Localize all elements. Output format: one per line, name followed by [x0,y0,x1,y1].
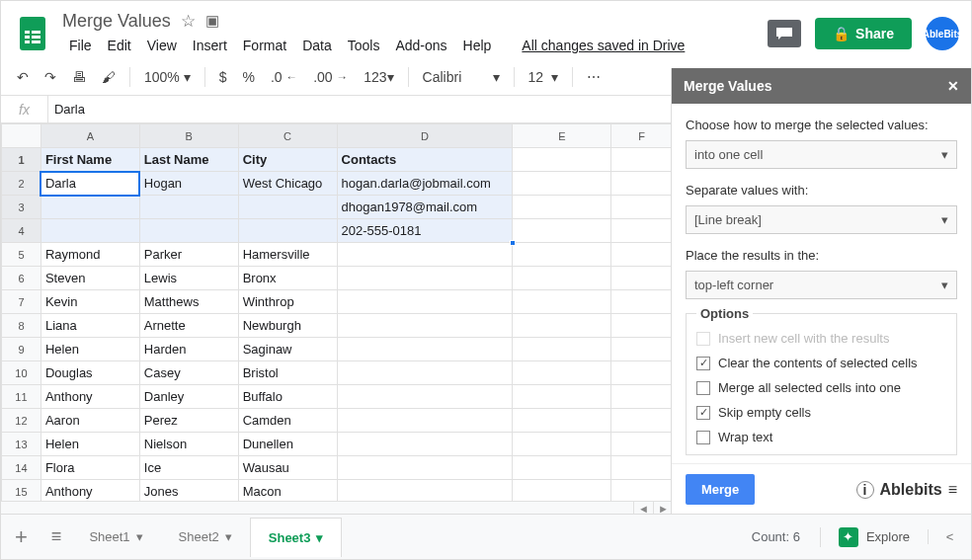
cell[interactable]: Bronx [238,267,337,290]
cell[interactable]: 202-555-0181 [337,219,513,243]
cell[interactable]: West Chicago [238,172,337,196]
cell[interactable] [337,267,513,290]
cell[interactable] [611,433,673,456]
cell[interactable]: Hamersville [238,243,337,267]
row-header[interactable]: 12 [2,409,41,433]
format-more[interactable]: 123▾ [358,65,399,89]
horizontal-scrollbar[interactable]: ◄► [1,501,673,515]
cell[interactable]: Ice [139,456,238,480]
col-header-d[interactable]: D [337,124,513,148]
menu-view[interactable]: View [140,34,184,57]
cell[interactable]: Casey [139,361,238,385]
menu-edit[interactable]: Edit [101,34,138,57]
opt-wrap-text[interactable]: Wrap text [696,430,946,444]
decrease-decimal[interactable]: .0 ← [265,65,303,89]
cell[interactable]: Dunellen [238,433,337,456]
add-sheet-icon[interactable]: + [1,524,41,550]
save-status[interactable]: All changes saved in Drive [515,34,691,57]
formula-input[interactable]: Darla [47,96,85,122]
cell[interactable]: First Name [40,148,139,172]
cell[interactable] [40,196,139,219]
menu-icon[interactable]: ≡ [948,481,957,499]
menu-tools[interactable]: Tools [341,34,387,57]
cell[interactable] [337,456,513,480]
tab-sheet3[interactable]: Sheet3▾ [250,518,343,557]
cell[interactable]: Jones [139,480,238,504]
share-button[interactable]: 🔒 Share [815,18,912,49]
cell[interactable] [611,456,673,480]
cell[interactable] [139,219,238,243]
cell[interactable]: Helen [40,338,139,361]
cell[interactable]: City [238,148,337,172]
toolbar-more-icon[interactable]: ⋯ [581,65,607,89]
cell[interactable]: Wausau [238,456,337,480]
col-header-e[interactable]: E [513,124,611,148]
print-icon[interactable]: 🖶 [66,65,92,89]
cell[interactable] [611,480,673,504]
format-currency[interactable]: $ [213,65,233,89]
cell[interactable] [337,243,513,267]
cell[interactable]: Parker [139,243,238,267]
row-header[interactable]: 6 [2,267,41,290]
row-header[interactable]: 11 [2,385,41,409]
cell[interactable]: Bristol [238,361,337,385]
cell[interactable] [611,172,673,196]
info-icon[interactable]: i [856,481,874,499]
cell[interactable] [513,314,611,338]
format-percent[interactable]: % [237,65,261,89]
menu-file[interactable]: File [62,34,99,57]
cell[interactable]: Aaron [40,409,139,433]
cell[interactable]: Helen [40,433,139,456]
cell[interactable]: Danley [139,385,238,409]
cell[interactable] [611,385,673,409]
tab-sheet1[interactable]: Sheet1▾ [71,518,160,556]
cell[interactable] [337,361,513,385]
menu-format[interactable]: Format [236,34,293,57]
cell[interactable]: dhogan1978@mail.com [337,196,513,219]
cell[interactable]: Liana [40,314,139,338]
cell[interactable] [337,385,513,409]
all-sheets-icon[interactable]: ≡ [41,526,72,547]
selection-count[interactable]: Count: 6 [732,529,820,544]
cell[interactable] [337,290,513,314]
cell[interactable] [337,480,513,504]
cell[interactable] [337,314,513,338]
cell[interactable]: Arnette [139,314,238,338]
row-header[interactable]: 10 [2,361,41,385]
cell[interactable] [611,409,673,433]
cell[interactable]: Lewis [139,267,238,290]
cell[interactable] [238,219,337,243]
col-header-f[interactable]: F [611,124,673,148]
cell[interactable] [513,196,611,219]
cell[interactable] [513,433,611,456]
row-header[interactable]: 15 [2,480,41,504]
cell[interactable] [513,148,611,172]
cell-active[interactable]: Darla [40,172,139,196]
cell[interactable]: Saginaw [238,338,337,361]
cell[interactable]: Perez [139,409,238,433]
col-header-c[interactable]: C [238,124,337,148]
close-icon[interactable]: ✕ [947,78,959,94]
cell[interactable]: Newburgh [238,314,337,338]
move-icon[interactable]: ▣ [205,12,219,30]
cell[interactable]: Winthrop [238,290,337,314]
cell[interactable] [513,290,611,314]
cell[interactable] [611,219,673,243]
row-header[interactable]: 9 [2,338,41,361]
row-header[interactable]: 4 [2,219,41,243]
menu-addons[interactable]: Add-ons [388,34,453,57]
row-header[interactable]: 13 [2,433,41,456]
row-header[interactable]: 7 [2,290,41,314]
cell[interactable]: Nielson [139,433,238,456]
cell[interactable] [513,219,611,243]
redo-icon[interactable]: ↷ [39,65,62,89]
cell[interactable] [611,267,673,290]
menu-data[interactable]: Data [295,34,339,57]
cell[interactable] [513,243,611,267]
cell[interactable]: Matthews [139,290,238,314]
cell[interactable]: Steven [40,267,139,290]
cell[interactable]: Raymond [40,243,139,267]
increase-decimal[interactable]: .00 → [307,65,354,89]
cell[interactable] [611,243,673,267]
cell[interactable]: Hogan [139,172,238,196]
